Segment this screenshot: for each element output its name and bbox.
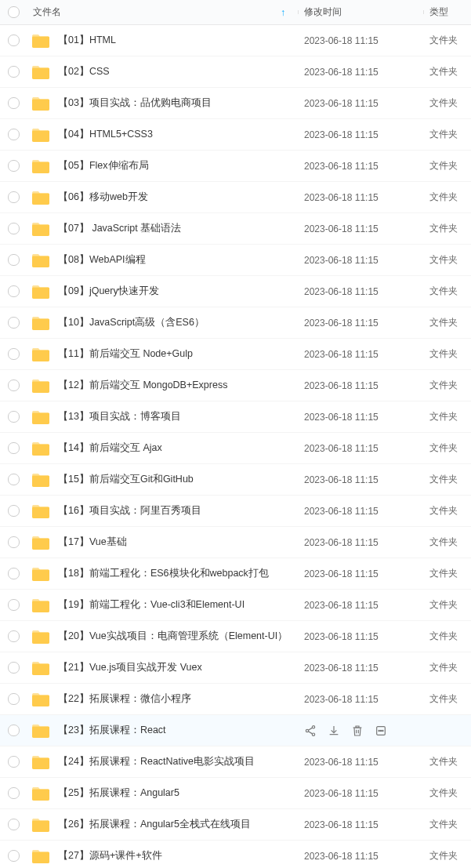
- table-row[interactable]: 【17】Vue基础2023-06-18 11:15文件夹: [0, 527, 471, 558]
- row-checkbox[interactable]: [8, 317, 20, 329]
- row-name-cell[interactable]: 【19】前端工程化：Vue-cli3和Element-UI: [27, 597, 298, 613]
- more-icon[interactable]: [375, 725, 387, 737]
- row-name-cell[interactable]: 【26】拓展课程：Angular5全栈式在线项目: [27, 817, 298, 833]
- row-name-cell[interactable]: 【09】jQuery快速开发: [27, 284, 298, 300]
- table-row[interactable]: 【01】HTML2023-06-18 11:15文件夹: [0, 25, 471, 56]
- file-name: 【12】前后端交互 MongoDB+Express: [58, 379, 227, 392]
- row-checkbox[interactable]: [8, 756, 20, 768]
- row-name-cell[interactable]: 【05】Flex伸缩布局: [27, 158, 298, 174]
- row-checkbox[interactable]: [8, 35, 20, 46]
- download-icon[interactable]: [328, 725, 340, 737]
- table-row[interactable]: 【05】Flex伸缩布局2023-06-18 11:15文件夹: [0, 151, 471, 182]
- row-checkbox[interactable]: [8, 662, 20, 674]
- header-name-column[interactable]: 文件名 ↑: [27, 5, 298, 19]
- table-row[interactable]: 【02】CSS2023-06-18 11:15文件夹: [0, 56, 471, 88]
- row-date-cell: 2023-06-18 11:15: [298, 380, 423, 391]
- table-row[interactable]: 【13】项目实战：博客项目2023-06-18 11:15文件夹: [0, 401, 471, 433]
- row-name-cell[interactable]: 【08】WebAPI编程: [27, 252, 298, 268]
- row-checkbox[interactable]: [8, 474, 20, 485]
- select-all-checkbox[interactable]: [8, 6, 20, 18]
- row-name-cell[interactable]: 【16】项目实战：阿里百秀项目: [27, 503, 298, 519]
- row-checkbox[interactable]: [8, 693, 20, 705]
- row-checkbox[interactable]: [8, 348, 20, 360]
- table-row[interactable]: 【25】拓展课程：Angular52023-06-18 11:15文件夹: [0, 778, 471, 809]
- table-row[interactable]: 【26】拓展课程：Angular5全栈式在线项目2023-06-18 11:15…: [0, 809, 471, 841]
- row-name-cell[interactable]: 【24】拓展课程：ReactNative电影实战项目: [27, 754, 298, 770]
- row-checkbox[interactable]: [8, 568, 20, 579]
- row-checkbox[interactable]: [8, 442, 20, 454]
- table-row[interactable]: 【04】HTML5+CSS32023-06-18 11:15文件夹: [0, 119, 471, 151]
- row-checkbox[interactable]: [8, 254, 20, 266]
- row-checkbox[interactable]: [8, 160, 20, 172]
- file-name: 【01】HTML: [58, 34, 116, 47]
- row-name-cell[interactable]: 【18】前端工程化：ES6模块化和webpack打包: [27, 566, 298, 582]
- row-name-cell[interactable]: 【03】项目实战：品优购电商项目: [27, 96, 298, 111]
- row-checkbox[interactable]: [8, 66, 20, 78]
- row-name-cell[interactable]: 【20】Vue实战项目：电商管理系统（Element-UI）: [27, 629, 298, 645]
- table-row[interactable]: 【09】jQuery快速开发2023-06-18 11:15文件夹: [0, 276, 471, 307]
- header-type-column[interactable]: 类型: [423, 5, 471, 19]
- table-row[interactable]: 【23】拓展课程：React: [0, 715, 471, 746]
- row-checkbox[interactable]: [8, 536, 20, 548]
- row-name-cell[interactable]: 【22】拓展课程：微信小程序: [27, 692, 298, 707]
- table-row[interactable]: 【11】前后端交互 Node+Gulp2023-06-18 11:15文件夹: [0, 339, 471, 370]
- row-date-cell: 2023-06-18 11:15: [298, 192, 423, 203]
- row-checkbox[interactable]: [8, 191, 20, 203]
- row-name-cell[interactable]: 【12】前后端交互 MongoDB+Express: [27, 378, 298, 394]
- row-checkbox[interactable]: [8, 787, 20, 799]
- row-type-cell: 文件夹: [423, 159, 471, 173]
- row-checkbox[interactable]: [8, 630, 20, 642]
- table-row[interactable]: 【03】项目实战：品优购电商项目2023-06-18 11:15文件夹: [0, 88, 471, 119]
- row-date-cell: 2023-06-18 11:15: [298, 568, 423, 579]
- row-checkbox[interactable]: [8, 97, 20, 109]
- row-name-cell[interactable]: 【02】CSS: [27, 64, 298, 80]
- file-name: 【10】JavaScript高级（含ES6）: [58, 316, 205, 329]
- share-icon[interactable]: [304, 725, 317, 737]
- row-checkbox[interactable]: [8, 725, 20, 736]
- table-row[interactable]: 【20】Vue实战项目：电商管理系统（Element-UI）2023-06-18…: [0, 621, 471, 652]
- row-checkbox[interactable]: [8, 819, 20, 830]
- table-row[interactable]: 【12】前后端交互 MongoDB+Express2023-06-18 11:1…: [0, 370, 471, 401]
- table-row[interactable]: 【27】源码+课件+软件2023-06-18 11:15文件夹: [0, 841, 471, 868]
- row-type-cell: 文件夹: [423, 692, 471, 706]
- table-row[interactable]: 【18】前端工程化：ES6模块化和webpack打包2023-06-18 11:…: [0, 558, 471, 590]
- row-checkbox[interactable]: [8, 223, 20, 234]
- table-row[interactable]: 【16】项目实战：阿里百秀项目2023-06-18 11:15文件夹: [0, 496, 471, 527]
- row-name-cell[interactable]: 【15】前后端交互Git和GitHub: [27, 472, 298, 488]
- row-name-cell[interactable]: 【21】Vue.js项目实战开发 Vuex: [27, 660, 298, 676]
- row-name-cell[interactable]: 【17】Vue基础: [27, 535, 298, 550]
- row-checkbox[interactable]: [8, 380, 20, 391]
- row-name-cell[interactable]: 【14】前后端交互 Ajax: [27, 441, 298, 456]
- row-checkbox[interactable]: [8, 411, 20, 423]
- row-checkbox[interactable]: [8, 129, 20, 140]
- row-checkbox-cell: [0, 97, 27, 109]
- row-checkbox[interactable]: [8, 285, 20, 297]
- table-row[interactable]: 【19】前端工程化：Vue-cli3和Element-UI2023-06-18 …: [0, 590, 471, 621]
- row-checkbox[interactable]: [8, 505, 20, 517]
- row-name-cell[interactable]: 【13】项目实战：博客项目: [27, 409, 298, 425]
- table-row[interactable]: 【08】WebAPI编程2023-06-18 11:15文件夹: [0, 245, 471, 276]
- table-row[interactable]: 【21】Vue.js项目实战开发 Vuex2023-06-18 11:15文件夹: [0, 652, 471, 684]
- row-name-cell[interactable]: 【10】JavaScript高级（含ES6）: [27, 315, 298, 331]
- table-row[interactable]: 【14】前后端交互 Ajax2023-06-18 11:15文件夹: [0, 433, 471, 464]
- row-name-cell[interactable]: 【25】拓展课程：Angular5: [27, 786, 298, 801]
- table-row[interactable]: 【10】JavaScript高级（含ES6）2023-06-18 11:15文件…: [0, 307, 471, 339]
- row-name-cell[interactable]: 【07】 JavaScript 基础语法: [27, 221, 298, 237]
- table-row[interactable]: 【24】拓展课程：ReactNative电影实战项目2023-06-18 11:…: [0, 746, 471, 778]
- row-name-cell[interactable]: 【11】前后端交互 Node+Gulp: [27, 347, 298, 362]
- table-row[interactable]: 【06】移动web开发2023-06-18 11:15文件夹: [0, 182, 471, 213]
- row-date-cell: 2023-06-18 11:15: [298, 286, 423, 297]
- row-checkbox[interactable]: [8, 850, 20, 862]
- header-date-column[interactable]: 修改时间: [298, 5, 423, 19]
- row-name-cell[interactable]: 【01】HTML: [27, 33, 298, 49]
- delete-icon[interactable]: [351, 725, 364, 737]
- table-row[interactable]: 【07】 JavaScript 基础语法2023-06-18 11:15文件夹: [0, 213, 471, 245]
- table-row[interactable]: 【22】拓展课程：微信小程序2023-06-18 11:15文件夹: [0, 684, 471, 715]
- row-name-cell[interactable]: 【04】HTML5+CSS3: [27, 127, 298, 143]
- row-name-cell[interactable]: 【23】拓展课程：React: [27, 723, 298, 739]
- row-checkbox[interactable]: [8, 599, 20, 611]
- table-row[interactable]: 【15】前后端交互Git和GitHub2023-06-18 11:15文件夹: [0, 464, 471, 496]
- row-name-cell[interactable]: 【27】源码+课件+软件: [27, 848, 298, 864]
- file-name: 【18】前端工程化：ES6模块化和webpack打包: [58, 567, 269, 580]
- row-name-cell[interactable]: 【06】移动web开发: [27, 190, 298, 205]
